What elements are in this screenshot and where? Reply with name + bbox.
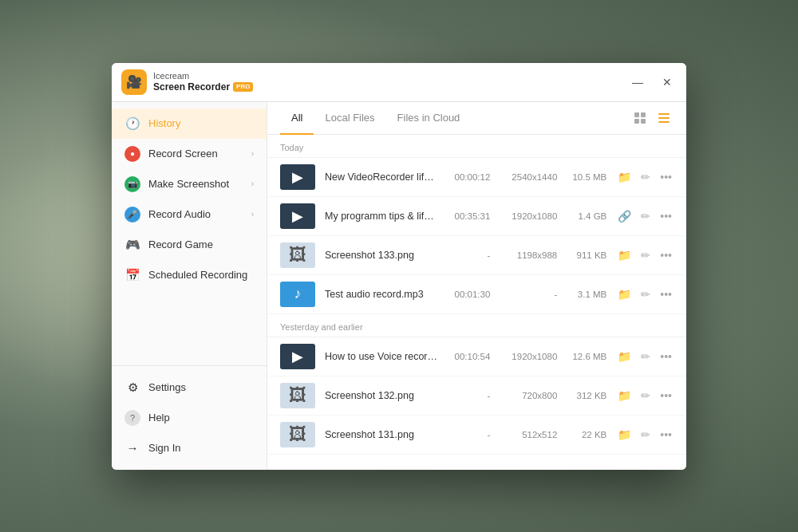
sidebar-item-make-screenshot[interactable]: 📷 Make Screenshot › — [112, 169, 267, 199]
more-button[interactable]: ••• — [658, 349, 674, 365]
file-row[interactable]: ▶ My programm tips & lifehacks.mp4 00:35… — [267, 197, 686, 236]
file-duration: 00:35:31 — [447, 211, 490, 221]
sidebar-item-record-screen[interactable]: ● Record Screen › — [112, 139, 267, 169]
main-layout: 🕐 History ● Record Screen › 📷 Make Scree… — [112, 102, 686, 470]
more-button[interactable]: ••• — [658, 286, 674, 302]
more-button[interactable]: ••• — [658, 208, 674, 224]
content-area: All Local Files Files in Cloud — [267, 102, 686, 470]
svg-rect-1 — [641, 112, 646, 117]
file-row[interactable]: 🖼 Screenshot 133.png - 1198x988 911 KB 📁… — [267, 236, 686, 275]
file-size: 911 KB — [567, 250, 606, 260]
file-duration: 00:00:12 — [447, 172, 490, 182]
window-controls: — ✕ — [627, 75, 677, 89]
file-name: How to use Voice recorder.mp4 — [325, 351, 437, 362]
sidebar-label-settings: Settings — [148, 381, 186, 393]
open-folder-button[interactable]: 📁 — [616, 427, 633, 443]
svg-rect-2 — [634, 119, 639, 124]
tab-all[interactable]: All — [280, 102, 314, 135]
grid-view-button[interactable] — [630, 108, 650, 128]
section-label-today: Today — [267, 135, 686, 158]
list-view-button[interactable] — [654, 108, 674, 128]
titlebar: 🎥 Icecream Screen Recorder PRO — ✕ — [112, 63, 686, 102]
tab-files-in-cloud[interactable]: Files in Cloud — [386, 102, 472, 135]
chevron-icon: › — [251, 179, 254, 188]
file-actions: 📁 ✏ ••• — [616, 427, 674, 443]
open-folder-button[interactable]: 📁 — [616, 388, 633, 404]
app-logo-icon: 🎥 — [121, 69, 147, 95]
file-thumbnail: 🖼 — [280, 383, 315, 408]
file-duration: - — [447, 430, 490, 439]
edit-button[interactable]: ✏ — [639, 388, 652, 404]
file-name: My programm tips & lifehacks.mp4 — [325, 211, 437, 222]
sidebar-label-help: Help — [148, 412, 170, 424]
file-row[interactable]: 🖼 Screenshot 132.png - 720x800 312 KB 📁 … — [267, 376, 686, 416]
file-duration: 00:01:30 — [447, 290, 490, 299]
edit-button[interactable]: ✏ — [639, 349, 652, 365]
tab-local-files[interactable]: Local Files — [314, 102, 385, 135]
app-name-bottom: Screen Recorder PRO — [153, 81, 253, 93]
file-row[interactable]: ▶ New VideoRecorder lifehacks.mp4 00:00:… — [267, 158, 686, 197]
edit-button[interactable]: ✏ — [639, 169, 652, 185]
app-logo: 🎥 Icecream Screen Recorder PRO — [121, 69, 253, 95]
more-button[interactable]: ••• — [658, 169, 674, 185]
open-folder-button[interactable]: 📁 — [616, 349, 633, 365]
file-actions: 📁 ✏ ••• — [616, 388, 674, 404]
file-duration: - — [447, 250, 490, 260]
svg-rect-6 — [658, 121, 670, 123]
file-actions: 📁 ✏ ••• — [616, 286, 674, 302]
more-button[interactable]: ••• — [658, 427, 674, 443]
sidebar-item-scheduled-recording[interactable]: 📅 Scheduled Recording — [112, 260, 267, 290]
file-size: 12.6 MB — [567, 352, 606, 361]
edit-button[interactable]: ✏ — [639, 247, 652, 263]
file-resolution: 512x512 — [500, 430, 557, 439]
sidebar-label-record-game: Record Game — [148, 238, 213, 250]
sidebar-item-record-game[interactable]: 🎮 Record Game — [112, 230, 267, 260]
file-row[interactable]: 🖼 Screenshot 131.png - 512x512 22 KB 📁 ✏… — [267, 416, 686, 455]
tabs-bar: All Local Files Files in Cloud — [267, 102, 686, 135]
file-resolution: 1198x988 — [500, 250, 557, 260]
more-button[interactable]: ••• — [658, 388, 674, 404]
sidebar-item-record-audio[interactable]: 🎤 Record Audio › — [112, 199, 267, 230]
close-button[interactable]: ✕ — [658, 75, 677, 89]
link-button[interactable]: 🔗 — [616, 208, 633, 224]
file-resolution: 1920x1080 — [500, 211, 557, 221]
file-thumbnail: ♪ — [280, 282, 315, 307]
file-name: Screenshot 131.png — [325, 429, 437, 440]
file-thumbnail: ▶ — [280, 164, 315, 190]
settings-icon: ⚙ — [124, 380, 140, 396]
file-size: 22 KB — [567, 430, 606, 439]
file-name: New VideoRecorder lifehacks.mp4 — [325, 171, 437, 183]
record-screen-icon: ● — [124, 146, 140, 162]
file-actions: 📁 ✏ ••• — [616, 247, 674, 263]
file-thumbnail: ▶ — [280, 203, 315, 229]
file-thumbnail: 🖼 — [280, 422, 315, 447]
more-button[interactable]: ••• — [658, 247, 674, 263]
file-duration: - — [447, 391, 490, 400]
app-window: 🎥 Icecream Screen Recorder PRO — ✕ 🕐 His… — [112, 63, 686, 470]
open-folder-button[interactable]: 📁 — [616, 169, 633, 185]
open-folder-button[interactable]: 📁 — [616, 286, 633, 302]
file-row[interactable]: ♪ Test audio record.mp3 00:01:30 - 3.1 M… — [267, 275, 686, 314]
sidebar-label-make-screenshot: Make Screenshot — [148, 178, 229, 190]
file-resolution: 1920x1080 — [500, 352, 557, 361]
edit-button[interactable]: ✏ — [639, 286, 652, 302]
sidebar: 🕐 History ● Record Screen › 📷 Make Scree… — [112, 102, 267, 470]
screenshot-icon: 📷 — [124, 176, 140, 192]
edit-button[interactable]: ✏ — [639, 427, 652, 443]
sidebar-label-sign-in: Sign In — [148, 442, 180, 454]
file-actions: 🔗 ✏ ••• — [616, 208, 674, 224]
sidebar-item-sign-in[interactable]: → Sign In — [112, 433, 267, 463]
open-folder-button[interactable]: 📁 — [616, 247, 633, 263]
sidebar-item-settings[interactable]: ⚙ Settings — [112, 372, 267, 403]
sidebar-item-help[interactable]: ? Help — [112, 403, 267, 433]
minimize-button[interactable]: — — [627, 75, 648, 89]
file-row[interactable]: ▶ How to use Voice recorder.mp4 00:10:54… — [267, 337, 686, 376]
sidebar-item-history[interactable]: 🕐 History — [112, 108, 267, 139]
help-icon: ? — [124, 410, 140, 426]
svg-rect-0 — [634, 112, 639, 117]
file-resolution: - — [500, 290, 557, 299]
chevron-icon: › — [251, 210, 254, 219]
sidebar-label-history: History — [148, 117, 180, 129]
svg-rect-5 — [658, 117, 670, 119]
edit-button[interactable]: ✏ — [639, 208, 652, 224]
